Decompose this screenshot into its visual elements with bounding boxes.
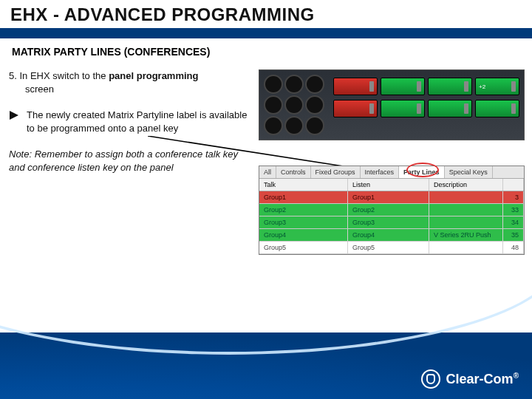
dial-icon [305, 75, 324, 94]
table-row[interactable]: Group2Group233 [259, 204, 524, 216]
note-body: Note: Remember to assign both a conferen… [9, 149, 238, 173]
slot-icon [511, 81, 516, 92]
cell-num: 34 [503, 216, 524, 228]
panel-key [333, 100, 378, 117]
brand-mark-icon [421, 369, 440, 389]
tab-interfaces[interactable]: Interfaces [361, 166, 400, 178]
panel-key-label: +2 [479, 83, 485, 90]
bullet-text: The newly created Matrix Partyline label… [27, 109, 253, 134]
brand-logo: Clear-Com® [421, 369, 519, 389]
step-bold: panel programming [109, 70, 198, 81]
dial-cluster [264, 75, 326, 137]
tab-fixed-groups[interactable]: Fixed Groups [311, 166, 361, 178]
col-num [503, 179, 524, 191]
note-text: Note: Remember to assign both a conferen… [9, 148, 253, 174]
col-talk: Talk [259, 179, 348, 191]
slot-icon [511, 103, 516, 114]
section-subtitle: MATRIX PARTY LINES (CONFERENCES) [0, 38, 532, 62]
cell-listen: Group1 [348, 191, 429, 203]
slot-icon [369, 103, 374, 114]
cell-desc [429, 216, 503, 228]
cell-desc [429, 242, 503, 253]
tab-controls[interactable]: Controls [276, 166, 311, 178]
cell-listen: Group5 [348, 242, 429, 253]
panel-key [475, 100, 519, 117]
illustration-column: +2 All Controls Fixed Groups Interfaces [259, 69, 532, 174]
dial-icon [264, 95, 283, 115]
tab-all[interactable]: All [259, 166, 276, 178]
dial-icon [264, 116, 283, 135]
col-desc: Description [429, 179, 503, 191]
cell-talk: Group4 [259, 229, 348, 241]
brand-text: Clear-Com [446, 372, 514, 386]
tab-special-keys[interactable]: Special Keys [445, 166, 493, 178]
cell-num: 33 [503, 204, 524, 216]
step-tail: screen [9, 83, 253, 96]
registered-icon: ® [514, 372, 519, 380]
cell-desc: V Series 2RU Push [429, 229, 503, 241]
cell-listen: Group3 [348, 216, 429, 228]
step-lead: 5. In EHX switch to the [9, 70, 109, 81]
cell-num: 48 [503, 242, 524, 253]
panel-screenshot: +2 [259, 69, 525, 140]
table-row[interactable]: Group3Group334 [259, 216, 524, 229]
slot-icon [464, 103, 468, 114]
slot-icon [417, 103, 421, 114]
cell-num: 35 [503, 229, 524, 241]
cell-talk: Group1 [259, 191, 348, 203]
panel-key-row [333, 100, 519, 117]
grid-screenshot: All Controls Fixed Groups Interfaces Par… [259, 166, 525, 255]
grid-tabs: All Controls Fixed Groups Interfaces Par… [259, 166, 524, 179]
panel-key: +2 [475, 78, 519, 95]
cell-listen: Group4 [348, 229, 429, 241]
slot-icon [369, 81, 374, 92]
cell-desc [429, 191, 503, 203]
grid-header: Talk Listen Description [259, 179, 524, 191]
step-text: 5. In EHX switch to the panel programmin… [9, 69, 253, 95]
tab-party-lines[interactable]: Party Lines [399, 166, 445, 178]
footer-band: Clear-Com® [0, 332, 532, 399]
cell-talk: Group2 [259, 204, 348, 216]
triangle-bullet-icon [9, 110, 19, 124]
title-rule [0, 28, 532, 38]
table-row[interactable]: Group1Group13 [259, 191, 524, 204]
cell-talk: Group5 [259, 242, 348, 253]
slot-icon [464, 81, 468, 92]
panel-key [333, 78, 378, 95]
cell-desc [429, 204, 503, 216]
cell-talk: Group3 [259, 216, 348, 228]
svg-marker-0 [10, 111, 18, 120]
panel-key [381, 100, 425, 117]
cell-listen: Group2 [348, 204, 429, 216]
cell-num: 3 [503, 191, 524, 203]
dial-icon [284, 75, 304, 94]
dial-icon [264, 75, 283, 94]
table-row[interactable]: Group5Group548 [259, 242, 524, 254]
panel-key [428, 100, 472, 117]
table-row[interactable]: Group4Group4V Series 2RU Push35 [259, 229, 524, 242]
panel-key-row: +2 [333, 78, 519, 95]
text-column: 5. In EHX switch to the panel programmin… [9, 69, 253, 174]
col-listen: Listen [348, 179, 429, 191]
dial-icon [284, 116, 304, 135]
panel-key [428, 78, 472, 95]
dial-icon [305, 95, 324, 115]
slot-icon [417, 81, 421, 92]
panel-key [381, 78, 425, 95]
dial-icon [284, 95, 304, 115]
page-title: EHX - ADVANCED PROGRAMMING [10, 4, 522, 25]
dial-icon [305, 116, 324, 135]
